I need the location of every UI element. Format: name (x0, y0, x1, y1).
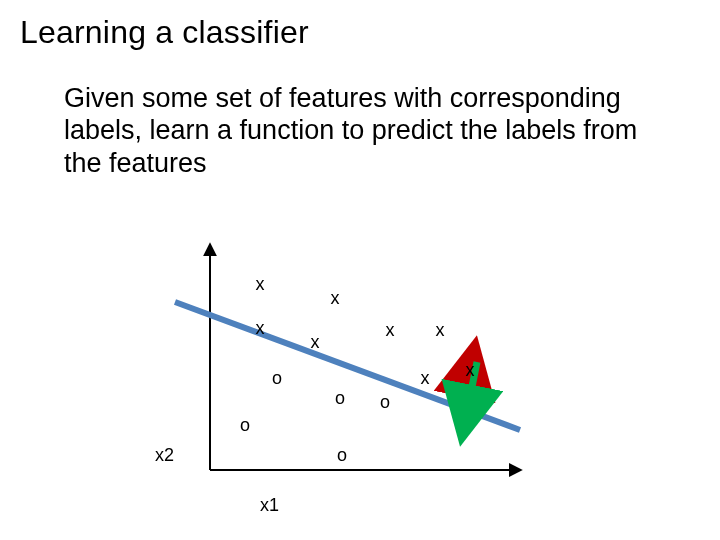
point-o: o (272, 369, 282, 387)
point-x: x (466, 361, 475, 379)
point-x: x (256, 319, 265, 337)
point-x: x (386, 321, 395, 339)
point-x: x (436, 321, 445, 339)
point-x: x (331, 289, 340, 307)
point-x: x (421, 369, 430, 387)
chart-svg (120, 230, 580, 530)
point-o: o (380, 393, 390, 411)
point-o: o (337, 446, 347, 464)
x-axis-label: x1 (260, 495, 279, 516)
point-x: x (256, 275, 265, 293)
page-title: Learning a classifier (20, 14, 309, 51)
point-x: x (311, 333, 320, 351)
point-o: o (240, 416, 250, 434)
y-axis-label: x2 (155, 445, 174, 466)
point-o: o (335, 389, 345, 407)
classifier-diagram: x x x x x x x x o o o o o x2 x1 (120, 230, 580, 530)
body-text: Given some set of features with correspo… (64, 82, 664, 179)
slide: Learning a classifier Given some set of … (0, 0, 720, 540)
